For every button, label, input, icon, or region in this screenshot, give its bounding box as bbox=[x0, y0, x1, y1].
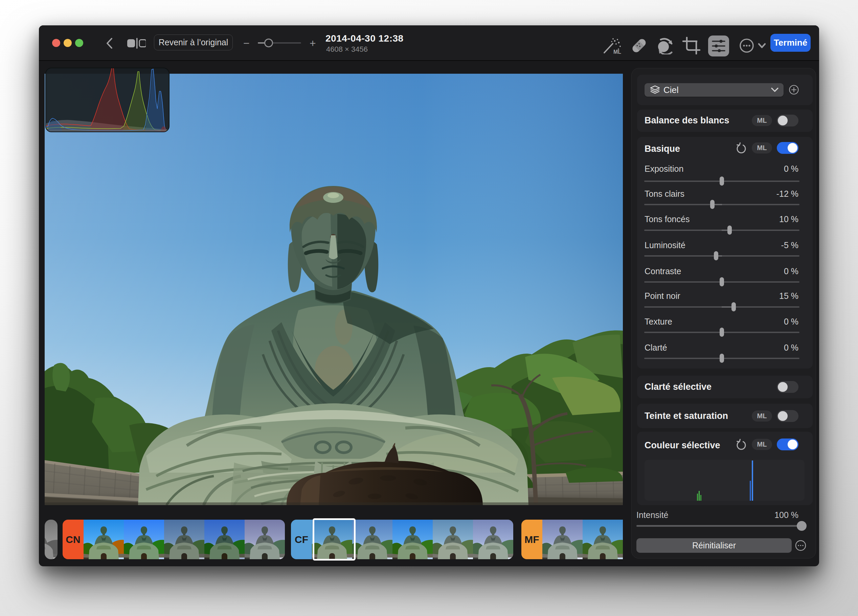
svg-text:ML: ML bbox=[613, 49, 621, 54]
